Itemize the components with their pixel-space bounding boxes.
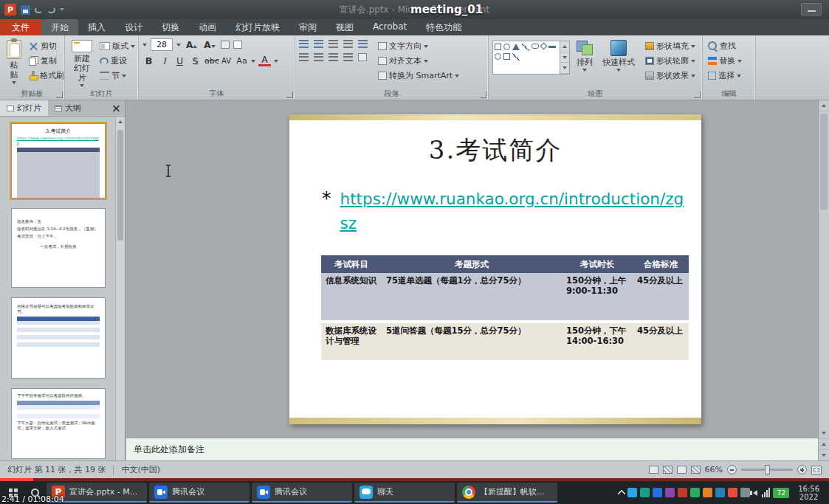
slide-body[interactable]: * https://www.ruankao.org.cn/introductio… (322, 187, 685, 235)
phonetic-guide-icon[interactable] (221, 41, 230, 49)
slide-thumbnail-2[interactable]: 报名条件：无 报名时间预估在 3.24~4.2号报名，（复用） 考试安排：分上下… (11, 208, 106, 288)
panel-scroll-up-icon[interactable] (116, 117, 125, 126)
change-case-button[interactable]: Aa (235, 56, 248, 66)
increase-indent-icon[interactable] (343, 40, 353, 48)
font-color-button[interactable]: A (258, 55, 271, 66)
paragraph-dialog-launcher[interactable] (480, 92, 486, 98)
new-slide-button[interactable]: 新建幻灯片 (69, 38, 95, 89)
slide-title[interactable]: 3.考试简介 (289, 134, 701, 168)
shape-circle-icon[interactable] (503, 44, 510, 50)
slide-sorter-view-button[interactable] (663, 466, 673, 474)
table-cell[interactable]: 75道单选题（每题1分，总分75分） (382, 273, 562, 320)
table-cell[interactable]: 45分及以上 (633, 273, 689, 320)
previous-slide-button[interactable] (819, 439, 829, 450)
tray-icon[interactable] (678, 488, 687, 497)
font-size-caret-icon[interactable] (176, 44, 181, 46)
minimize-button[interactable] (801, 3, 822, 15)
main-scrollbar[interactable] (818, 100, 829, 461)
align-left-icon[interactable] (299, 53, 309, 61)
gallery-more-icon[interactable] (563, 66, 567, 69)
zoom-level[interactable]: 66% (705, 465, 723, 474)
tray-icon[interactable] (627, 488, 637, 497)
quick-styles-button[interactable]: 快速样式 (599, 38, 638, 89)
panel-close-button[interactable] (109, 100, 125, 116)
tab-transitions[interactable]: 切换 (152, 19, 189, 35)
taskbar-app-chat[interactable]: 聊天 (354, 483, 455, 503)
paste-button[interactable]: 粘贴 (4, 38, 24, 89)
tray-icon[interactable] (640, 488, 650, 497)
zoom-slider-thumb[interactable] (765, 465, 770, 474)
align-text-button[interactable]: 对齐文本 (376, 55, 461, 67)
table-cell[interactable]: 信息系统知识 (321, 273, 382, 320)
slide-thumbnail-3[interactable]: 合格证书后期可以考虑报考系统架构师等证书。 (11, 297, 106, 379)
reading-view-button[interactable] (677, 466, 687, 474)
find-button[interactable]: 查找 (706, 40, 743, 52)
tray-icon[interactable] (653, 488, 662, 497)
tray-icon[interactable] (703, 488, 712, 497)
shape-bar-icon[interactable] (548, 46, 556, 48)
tray-icon[interactable] (728, 488, 737, 497)
slideshow-view-button[interactable] (691, 466, 701, 474)
tab-special-features[interactable]: 特色功能 (416, 19, 471, 35)
clear-formatting-icon[interactable] (233, 41, 242, 49)
tab-home[interactable]: 开始 (41, 19, 78, 35)
decrease-indent-icon[interactable] (328, 40, 338, 48)
table-cell[interactable]: 5道问答题（每题15分，总分75分） (382, 323, 562, 360)
gallery-up-icon[interactable] (563, 45, 567, 48)
normal-view-button[interactable] (649, 466, 658, 474)
taskbar-app-meeting-2[interactable]: 腾讯会议 (252, 483, 352, 503)
select-button[interactable]: 选择 (706, 69, 743, 82)
drawing-dialog-launcher[interactable] (694, 92, 701, 98)
justify-icon[interactable] (343, 53, 353, 61)
fit-to-window-button[interactable] (811, 466, 822, 474)
format-painter-button[interactable]: 格式刷 (27, 69, 66, 82)
notes-pane[interactable]: 单击此处添加备注 (126, 438, 818, 460)
strikethrough-button[interactable]: abc (204, 56, 217, 66)
text-shadow-button[interactable]: S (189, 55, 202, 66)
tab-slideshow[interactable]: 幻灯片放映 (226, 19, 289, 35)
slide-hyperlink[interactable]: https://www.ruankao.org.cn/introduction/… (340, 187, 686, 235)
taskbar-app-meeting-1[interactable]: 腾讯会议 (149, 483, 250, 503)
tab-view[interactable]: 视图 (326, 19, 363, 35)
shape-fill-button[interactable]: 形状填充 (644, 40, 697, 52)
panel-tab-outline[interactable]: 大纲 (48, 100, 88, 116)
tray-icon[interactable] (740, 488, 750, 497)
arrange-button[interactable]: 排列 (573, 38, 596, 89)
grow-font-button[interactable]: A (185, 40, 199, 50)
bullets-icon[interactable] (299, 40, 309, 48)
shape-effects-button[interactable]: 形状效果 (644, 69, 697, 82)
tab-review[interactable]: 审阅 (289, 19, 326, 35)
line-spacing-icon[interactable] (358, 40, 368, 48)
shape-rounded-rect-icon[interactable] (532, 44, 539, 49)
convert-smartart-button[interactable]: 转换为 SmartArt (376, 69, 461, 82)
table-cell[interactable]: 数据库系统设计与管理 (321, 323, 382, 360)
table-cell[interactable]: 150分钟，上午9:00-11:30 (562, 273, 633, 320)
slide-thumbnail-4[interactable]: 下半年软件测试可以考虑软件评测师。 下午大题：自动化测试；黑盒测试；Web测试；… (11, 388, 106, 459)
panel-scroll-thumb[interactable] (117, 130, 123, 241)
shape-rect-icon[interactable] (503, 53, 510, 60)
columns-icon[interactable] (358, 53, 367, 61)
tray-icon[interactable] (715, 488, 725, 497)
panel-tab-slides[interactable]: 幻灯片 (0, 100, 48, 116)
character-spacing-button[interactable]: AV (220, 57, 233, 65)
shrink-font-button[interactable]: A (202, 40, 216, 50)
italic-button[interactable]: I (158, 55, 171, 66)
cut-button[interactable]: 剪切 (27, 40, 66, 52)
numbering-icon[interactable] (314, 40, 323, 48)
shape-oval-icon[interactable] (495, 53, 501, 60)
volume-icon[interactable] (753, 490, 757, 496)
font-dialog-launcher[interactable] (286, 92, 293, 98)
layout-button[interactable]: 版式 (98, 40, 137, 52)
redo-icon[interactable] (47, 7, 55, 13)
panel-scrollbar[interactable] (115, 117, 125, 461)
taskbar-clock[interactable]: 16:56 2022 (798, 485, 819, 501)
tab-acrobat[interactable]: Acrobat (363, 19, 416, 35)
clipboard-dialog-launcher[interactable] (56, 92, 63, 98)
text-direction-button[interactable]: 文字方向 (376, 40, 461, 52)
language-indicator[interactable]: 中文(中国) (121, 464, 160, 475)
font-name-caret-icon[interactable] (142, 44, 147, 46)
scroll-down-icon[interactable] (819, 428, 829, 439)
align-center-icon[interactable] (314, 53, 323, 61)
font-size-input[interactable]: 28 (151, 38, 173, 51)
copy-button[interactable]: 复制 (27, 55, 66, 67)
